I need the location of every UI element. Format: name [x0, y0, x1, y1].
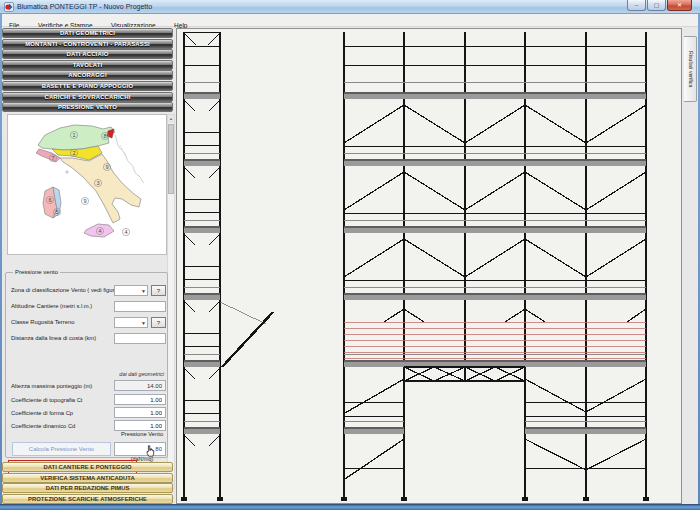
section-protezione-scariche-atmosferiche[interactable]: PROTEZIONE SCARICHE ATMOSFERICHE	[2, 494, 173, 504]
classe-rugosita-combobox[interactable]: ▼	[114, 317, 148, 328]
close-button[interactable]: ✕	[667, 0, 692, 11]
section-dati-acciaio[interactable]: DATI ACCIAIO	[2, 49, 173, 59]
altitudine-input[interactable]	[114, 301, 166, 312]
calcola-pressione-vento-button[interactable]: Calcola Pressione Vento	[12, 442, 111, 456]
scroll-up-icon[interactable]: ▲	[168, 115, 174, 123]
map-zone-label: 9	[105, 164, 108, 170]
map-zone-label: 6	[48, 197, 51, 203]
app-window: Blumatica PONTEGGI TP - Nuovo Progetto –…	[0, 0, 700, 510]
section-basette-e-piano-appoggio[interactable]: BASETTE E PIANO APPOGGIO	[2, 81, 173, 91]
maximize-button[interactable]: ▢	[647, 0, 666, 11]
zona-help-button[interactable]: ?	[151, 285, 166, 296]
zona-vento-label: Zona di classificazione Vento ( vedi fig…	[11, 287, 120, 293]
section-dati-geometrici[interactable]: DATI GEOMETRICI	[2, 28, 173, 38]
scaffold-drawing	[177, 29, 681, 503]
map-zone-3	[60, 154, 141, 223]
chevron-down-icon: ▼	[141, 320, 146, 326]
window-title: Blumatica PONTEGGI TP - Nuovo Progetto	[17, 3, 152, 10]
map-zone-label: 8	[103, 133, 106, 139]
menu-bar: File Verifiche e Stampe Visualizzazione …	[2, 14, 698, 27]
map-zone-label: 1	[72, 132, 75, 138]
section-tavolati[interactable]: TAVOLATI	[2, 60, 173, 70]
section-pressione-vento[interactable]: PRESSIONE VENTO	[2, 102, 173, 112]
tab-risultati-verifica[interactable]: Risultati verifica	[684, 36, 697, 102]
pressione-vento-label: Pressione Vento	[115, 431, 169, 437]
pressione-vento-input[interactable]	[114, 442, 166, 456]
section-dati-per-redazione-pimus[interactable]: DATI PER REDAZIONE PIMUS	[2, 483, 173, 493]
coeff-forma-label: Coefficiente di forma Cp	[11, 410, 73, 416]
coeff-topografia-input[interactable]	[114, 394, 166, 405]
altezza-massima-input	[114, 380, 166, 391]
scrollbar-thumb[interactable]	[168, 124, 174, 194]
map-zone-label: 5	[55, 209, 58, 215]
cursor-hand-icon	[145, 445, 156, 458]
dai-dati-geometrici-note: dai dati geometrici	[119, 371, 164, 377]
map-zone-label: 7	[51, 155, 54, 161]
drawing-canvas[interactable]	[176, 28, 682, 504]
chevron-down-icon: ▼	[141, 288, 146, 294]
pressione-vento-group: Pressione vento Zona di classificazione …	[5, 272, 168, 458]
zona-vento-combobox[interactable]: ▼	[114, 285, 148, 296]
map-zone-label: 4	[124, 229, 127, 235]
map-zone-label: 2	[72, 150, 75, 156]
section-carichi-e-sovraccarichi[interactable]: CARICHI E SOVRACCARICHI	[2, 92, 173, 102]
map-zone-label: 3	[96, 180, 99, 186]
italy-map: 1 8 2 7 9 3 9 6 5 4 4	[8, 115, 166, 254]
section-montanti-controventi-parasassi[interactable]: MONTANTI - CONTROVENTI - PARASASSI	[2, 39, 173, 49]
map-zone-label: 4	[98, 228, 101, 234]
distanza-costa-label: Distanza dalla linea di costa (km)	[11, 335, 96, 341]
section-ancoraggi[interactable]: ANCORAGGI	[2, 70, 173, 80]
distanza-costa-input[interactable]	[114, 333, 166, 344]
window-border-bottom	[0, 504, 700, 510]
coeff-forma-input[interactable]	[114, 407, 166, 418]
classe-help-button[interactable]: ?	[151, 317, 166, 328]
minimize-button[interactable]: –	[627, 0, 646, 11]
app-icon	[4, 2, 14, 12]
coeff-dinamico-label: Coefficiente dinamico Cd	[11, 423, 75, 429]
group-title: Pressione vento	[13, 269, 60, 275]
section-dati-cantiere-e-ponteggio[interactable]: DATI CANTIERE E PONTEGGIO	[2, 462, 173, 472]
altitudine-label: Altitudine Cantiere (metri s.l.m.)	[11, 303, 92, 309]
wind-zone-map: 1 8 2 7 9 3 9 6 5 4 4	[7, 114, 167, 255]
altezza-massima-label: Altezza massima ponteggio (m)	[11, 383, 92, 389]
map-zone-label: 9	[83, 198, 86, 204]
sidebar: DATI GEOMETRICI MONTANTI - CONTROVENTI -…	[2, 27, 175, 504]
coeff-topografia-label: Coefficiente di topografia Ct	[11, 397, 82, 403]
title-bar[interactable]: Blumatica PONTEGGI TP - Nuovo Progetto –…	[0, 0, 700, 14]
coeff-dinamico-input[interactable]	[114, 420, 166, 431]
classe-rugosita-label: Classe Rugosità Terreno	[11, 319, 74, 325]
section-verifica-sistema-anticaduta[interactable]: VERIFICA SISTEMA ANTICADUTA	[2, 473, 173, 483]
